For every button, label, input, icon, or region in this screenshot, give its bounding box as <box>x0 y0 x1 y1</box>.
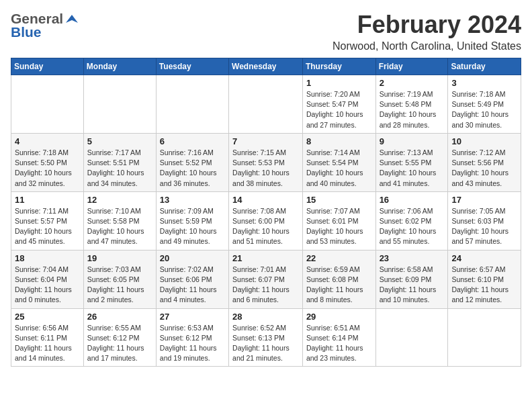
table-row: 16Sunrise: 7:06 AM Sunset: 6:02 PM Dayli… <box>375 191 448 250</box>
day-info: Sunrise: 7:18 AM Sunset: 5:49 PM Dayligh… <box>451 89 517 130</box>
table-row <box>156 75 228 134</box>
table-row: 1Sunrise: 7:20 AM Sunset: 5:47 PM Daylig… <box>302 75 375 134</box>
logo-block: General Blue <box>11 11 79 40</box>
day-number: 21 <box>232 253 299 263</box>
month-title: February 2024 <box>332 11 521 39</box>
day-info: Sunrise: 7:04 AM Sunset: 6:04 PM Dayligh… <box>15 265 80 306</box>
day-number: 23 <box>380 253 445 263</box>
day-number: 8 <box>306 136 372 146</box>
table-row: 23Sunrise: 6:58 AM Sunset: 6:09 PM Dayli… <box>375 250 448 308</box>
table-row <box>448 308 521 367</box>
day-number: 17 <box>451 195 517 205</box>
day-info: Sunrise: 7:16 AM Sunset: 5:52 PM Dayligh… <box>160 148 225 189</box>
day-number: 15 <box>306 195 372 205</box>
title-block: February 2024 Norwood, North Carolina, U… <box>332 11 521 52</box>
day-info: Sunrise: 7:08 AM Sunset: 6:00 PM Dayligh… <box>232 206 299 247</box>
table-row: 2Sunrise: 7:19 AM Sunset: 5:48 PM Daylig… <box>375 75 448 134</box>
table-row <box>11 75 84 134</box>
day-number: 18 <box>15 253 80 263</box>
table-row <box>375 308 448 367</box>
day-number: 19 <box>87 253 152 263</box>
table-row: 29Sunrise: 6:51 AM Sunset: 6:14 PM Dayli… <box>302 308 375 367</box>
day-number: 25 <box>15 312 80 322</box>
day-info: Sunrise: 6:59 AM Sunset: 6:08 PM Dayligh… <box>306 265 372 306</box>
day-number: 29 <box>306 312 372 322</box>
table-row <box>229 75 303 134</box>
table-row: 9Sunrise: 7:13 AM Sunset: 5:55 PM Daylig… <box>375 133 448 191</box>
day-info: Sunrise: 6:53 AM Sunset: 6:12 PM Dayligh… <box>160 323 225 364</box>
day-number: 7 <box>232 136 299 146</box>
table-row: 4Sunrise: 7:18 AM Sunset: 5:50 PM Daylig… <box>11 133 84 191</box>
day-info: Sunrise: 7:02 AM Sunset: 6:06 PM Dayligh… <box>160 265 225 306</box>
header-tuesday: Tuesday <box>156 58 228 75</box>
day-info: Sunrise: 7:11 AM Sunset: 5:57 PM Dayligh… <box>15 206 80 247</box>
table-row: 6Sunrise: 7:16 AM Sunset: 5:52 PM Daylig… <box>156 133 228 191</box>
day-number: 3 <box>451 78 517 88</box>
header-thursday: Thursday <box>302 58 375 75</box>
day-number: 2 <box>380 78 445 88</box>
day-number: 9 <box>380 136 445 146</box>
day-info: Sunrise: 6:52 AM Sunset: 6:13 PM Dayligh… <box>232 323 299 364</box>
table-row: 27Sunrise: 6:53 AM Sunset: 6:12 PM Dayli… <box>156 308 228 367</box>
day-info: Sunrise: 7:20 AM Sunset: 5:47 PM Dayligh… <box>306 89 372 130</box>
day-info: Sunrise: 7:12 AM Sunset: 5:56 PM Dayligh… <box>451 148 517 189</box>
table-row: 5Sunrise: 7:17 AM Sunset: 5:51 PM Daylig… <box>83 133 156 191</box>
day-number: 22 <box>306 253 372 263</box>
table-row: 13Sunrise: 7:09 AM Sunset: 5:59 PM Dayli… <box>156 191 228 250</box>
calendar-week-row: 4Sunrise: 7:18 AM Sunset: 5:50 PM Daylig… <box>11 133 521 191</box>
day-number: 16 <box>380 195 445 205</box>
day-info: Sunrise: 7:18 AM Sunset: 5:50 PM Dayligh… <box>15 148 80 189</box>
table-row: 21Sunrise: 7:01 AM Sunset: 6:07 PM Dayli… <box>229 250 303 308</box>
calendar-week-row: 25Sunrise: 6:56 AM Sunset: 6:11 PM Dayli… <box>11 308 521 367</box>
table-row: 10Sunrise: 7:12 AM Sunset: 5:56 PM Dayli… <box>448 133 521 191</box>
day-info: Sunrise: 7:05 AM Sunset: 6:03 PM Dayligh… <box>451 206 517 247</box>
calendar-week-row: 18Sunrise: 7:04 AM Sunset: 6:04 PM Dayli… <box>11 250 521 308</box>
table-row <box>83 75 156 134</box>
table-row: 20Sunrise: 7:02 AM Sunset: 6:06 PM Dayli… <box>156 250 228 308</box>
table-row: 11Sunrise: 7:11 AM Sunset: 5:57 PM Dayli… <box>11 191 84 250</box>
table-row: 3Sunrise: 7:18 AM Sunset: 5:49 PM Daylig… <box>448 75 521 134</box>
svg-marker-0 <box>66 15 78 23</box>
calendar-header-row: Sunday Monday Tuesday Wednesday Thursday… <box>11 58 521 75</box>
calendar-week-row: 11Sunrise: 7:11 AM Sunset: 5:57 PM Dayli… <box>11 191 521 250</box>
day-info: Sunrise: 7:13 AM Sunset: 5:55 PM Dayligh… <box>380 148 445 189</box>
day-info: Sunrise: 6:58 AM Sunset: 6:09 PM Dayligh… <box>380 265 445 306</box>
header-monday: Monday <box>83 58 156 75</box>
day-info: Sunrise: 7:06 AM Sunset: 6:02 PM Dayligh… <box>380 206 445 247</box>
header-wednesday: Wednesday <box>229 58 303 75</box>
day-info: Sunrise: 7:09 AM Sunset: 5:59 PM Dayligh… <box>160 206 225 247</box>
day-info: Sunrise: 7:01 AM Sunset: 6:07 PM Dayligh… <box>232 265 299 306</box>
table-row: 14Sunrise: 7:08 AM Sunset: 6:00 PM Dayli… <box>229 191 303 250</box>
calendar-body: 1Sunrise: 7:20 AM Sunset: 5:47 PM Daylig… <box>11 75 521 367</box>
table-row: 28Sunrise: 6:52 AM Sunset: 6:13 PM Dayli… <box>229 308 303 367</box>
day-number: 1 <box>306 78 372 88</box>
day-info: Sunrise: 7:03 AM Sunset: 6:05 PM Dayligh… <box>87 265 152 306</box>
day-info: Sunrise: 7:19 AM Sunset: 5:48 PM Dayligh… <box>380 89 445 130</box>
day-info: Sunrise: 7:07 AM Sunset: 6:01 PM Dayligh… <box>306 206 372 247</box>
day-info: Sunrise: 7:17 AM Sunset: 5:51 PM Dayligh… <box>87 148 152 189</box>
day-info: Sunrise: 7:15 AM Sunset: 5:53 PM Dayligh… <box>232 148 299 189</box>
calendar-table: Sunday Monday Tuesday Wednesday Thursday… <box>11 58 521 367</box>
table-row: 8Sunrise: 7:14 AM Sunset: 5:54 PM Daylig… <box>302 133 375 191</box>
day-number: 14 <box>232 195 299 205</box>
day-number: 6 <box>160 136 225 146</box>
header-sunday: Sunday <box>11 58 84 75</box>
table-row: 17Sunrise: 7:05 AM Sunset: 6:03 PM Dayli… <box>448 191 521 250</box>
logo: General Blue <box>11 11 79 40</box>
table-row: 19Sunrise: 7:03 AM Sunset: 6:05 PM Dayli… <box>83 250 156 308</box>
day-info: Sunrise: 6:55 AM Sunset: 6:12 PM Dayligh… <box>87 323 152 364</box>
day-number: 12 <box>87 195 152 205</box>
day-number: 13 <box>160 195 225 205</box>
table-row: 12Sunrise: 7:10 AM Sunset: 5:58 PM Dayli… <box>83 191 156 250</box>
day-number: 27 <box>160 312 225 322</box>
day-info: Sunrise: 6:57 AM Sunset: 6:10 PM Dayligh… <box>451 265 517 306</box>
day-number: 5 <box>87 136 152 146</box>
day-number: 26 <box>87 312 152 322</box>
day-number: 10 <box>451 136 517 146</box>
table-row: 15Sunrise: 7:07 AM Sunset: 6:01 PM Dayli… <box>302 191 375 250</box>
table-row: 22Sunrise: 6:59 AM Sunset: 6:08 PM Dayli… <box>302 250 375 308</box>
table-row: 18Sunrise: 7:04 AM Sunset: 6:04 PM Dayli… <box>11 250 84 308</box>
table-row: 26Sunrise: 6:55 AM Sunset: 6:12 PM Dayli… <box>83 308 156 367</box>
header: General Blue February 2024 Norwood, Nort… <box>11 11 521 52</box>
table-row: 24Sunrise: 6:57 AM Sunset: 6:10 PM Dayli… <box>448 250 521 308</box>
